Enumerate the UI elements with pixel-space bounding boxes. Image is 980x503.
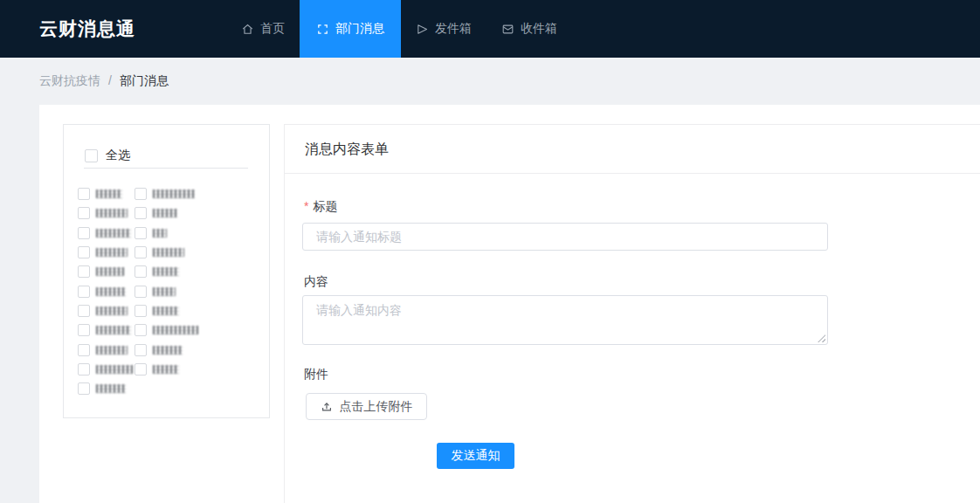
title-input[interactable] <box>302 223 828 251</box>
recipients-panel: 全选 <box>63 124 270 418</box>
department-checkbox-item[interactable] <box>135 224 167 243</box>
redacted-department-label <box>96 346 128 355</box>
department-checkbox-item[interactable] <box>78 243 128 262</box>
inbox-icon <box>501 23 514 36</box>
department-checkbox-item[interactable] <box>78 262 124 281</box>
breadcrumb-parent[interactable]: 云财抗疫情 <box>39 73 100 87</box>
redacted-department-label <box>96 307 128 315</box>
department-checkbox-item[interactable] <box>78 301 128 320</box>
department-checkbox-row <box>78 320 264 340</box>
attachment-field-label: 附件 <box>304 367 328 382</box>
nav-item-home[interactable]: 首页 <box>226 0 300 58</box>
app-title: 云财消息通 <box>39 0 135 58</box>
department-checkbox-item[interactable] <box>135 301 179 320</box>
checkbox[interactable] <box>135 227 147 239</box>
breadcrumb: 云财抗疫情/部门消息 <box>39 73 169 89</box>
nav-item-label: 部门消息 <box>335 21 384 37</box>
redacted-department-label <box>153 307 179 315</box>
department-checkbox-item[interactable] <box>78 360 133 379</box>
department-checkbox-item[interactable] <box>78 203 128 223</box>
nav-item-label: 发件箱 <box>435 21 472 37</box>
breadcrumb-current: 部门消息 <box>120 73 169 87</box>
redacted-department-label <box>153 229 167 238</box>
checkbox[interactable] <box>78 363 90 376</box>
department-checkbox-item[interactable] <box>135 340 183 359</box>
breadcrumb-separator: / <box>108 73 112 87</box>
nav-item-inbox[interactable]: 收件箱 <box>487 0 572 58</box>
nav-item-label: 收件箱 <box>521 21 557 37</box>
checkbox[interactable] <box>78 324 90 336</box>
checkbox[interactable] <box>135 286 147 298</box>
select-all-checkbox[interactable] <box>85 149 98 162</box>
content-textarea-wrapper <box>302 295 828 345</box>
checkbox[interactable] <box>135 265 147 278</box>
checkbox[interactable] <box>135 246 147 258</box>
department-checkbox-row <box>78 224 264 243</box>
department-checkbox-item[interactable] <box>78 340 128 359</box>
checkbox[interactable] <box>135 207 147 219</box>
redacted-department-label <box>96 384 126 393</box>
department-checkbox-row <box>78 301 264 320</box>
redacted-department-label <box>96 287 126 296</box>
upload-button-label: 点击上传附件 <box>340 399 413 415</box>
redacted-department-label <box>96 189 122 198</box>
department-checkbox-row <box>78 340 264 359</box>
select-all-label: 全选 <box>106 148 130 163</box>
redacted-department-label <box>153 189 195 198</box>
department-checkbox-item[interactable] <box>78 320 131 340</box>
form-title: 消息内容表单 <box>285 125 980 174</box>
department-checkbox-list <box>78 184 264 398</box>
department-checkbox-item[interactable] <box>78 224 131 243</box>
nav-item-label: 首页 <box>260 21 285 37</box>
checkbox[interactable] <box>78 286 90 298</box>
department-checkbox-item[interactable] <box>78 184 122 203</box>
redacted-department-label <box>153 326 198 334</box>
redacted-department-label <box>153 248 184 257</box>
checkbox[interactable] <box>78 246 90 258</box>
department-checkbox-item[interactable] <box>135 203 177 223</box>
redacted-department-label <box>96 326 131 334</box>
department-checkbox-item[interactable] <box>135 320 198 340</box>
checkbox[interactable] <box>135 305 147 317</box>
checkbox[interactable] <box>135 344 147 356</box>
send-notification-button[interactable]: 发送通知 <box>437 443 514 469</box>
department-checkbox-item[interactable] <box>78 379 126 398</box>
checkbox[interactable] <box>78 344 90 356</box>
checkbox[interactable] <box>78 305 90 317</box>
send-icon <box>416 23 429 36</box>
redacted-department-label <box>96 209 128 217</box>
checkbox[interactable] <box>135 188 147 200</box>
content-card: 全选 消息内容表单 *标题 内容 附件 点击上传附件 发送通知 <box>39 105 980 503</box>
checkbox[interactable] <box>78 227 90 239</box>
checkbox[interactable] <box>78 265 90 278</box>
content-textarea[interactable] <box>302 295 828 345</box>
department-checkbox-item[interactable] <box>78 281 126 300</box>
department-checkbox-row <box>78 360 264 379</box>
checkbox[interactable] <box>135 363 147 376</box>
department-checkbox-item[interactable] <box>135 281 176 300</box>
department-checkbox-item[interactable] <box>135 243 184 262</box>
redacted-department-label <box>96 267 124 276</box>
redacted-department-label <box>153 346 183 355</box>
department-checkbox-row <box>78 243 264 262</box>
scan-icon <box>316 23 329 36</box>
department-checkbox-row <box>78 262 264 281</box>
title-field-label-text: 标题 <box>313 199 337 213</box>
checkbox[interactable] <box>135 324 147 336</box>
nav-item-outbox[interactable]: 发件箱 <box>401 0 487 58</box>
nav-item-dept-messages[interactable]: 部门消息 <box>300 0 401 58</box>
title-field-label: *标题 <box>304 199 337 215</box>
department-checkbox-item[interactable] <box>135 360 179 379</box>
department-checkbox-row <box>78 281 264 300</box>
upload-attachment-button[interactable]: 点击上传附件 <box>306 393 427 420</box>
divider <box>84 168 248 169</box>
main-nav: 首页 部门消息 发件箱 收件箱 <box>226 0 572 58</box>
top-navbar: 云财消息通 首页 部门消息 发件箱 <box>0 0 980 58</box>
department-checkbox-item[interactable] <box>135 184 195 203</box>
department-checkbox-item[interactable] <box>135 262 179 281</box>
checkbox[interactable] <box>78 207 90 219</box>
checkbox[interactable] <box>78 382 90 395</box>
checkbox[interactable] <box>78 188 90 200</box>
redacted-department-label <box>96 248 128 257</box>
select-all-row[interactable]: 全选 <box>85 148 130 163</box>
